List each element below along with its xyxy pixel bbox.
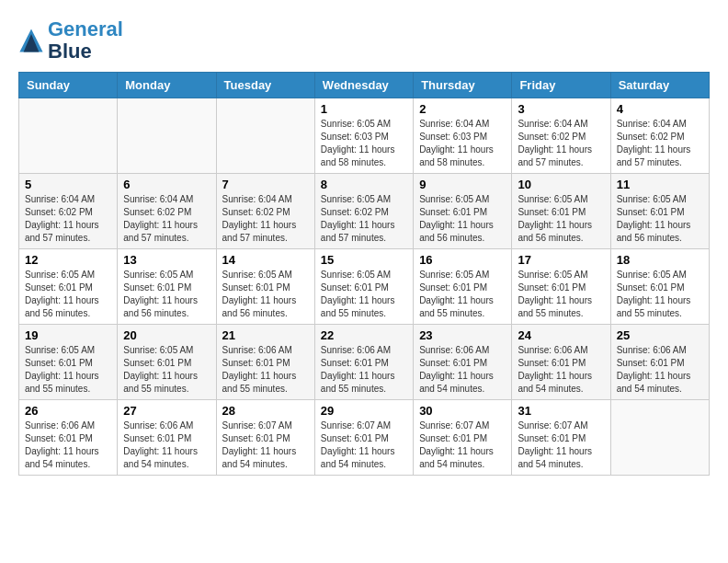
day-info: Sunrise: 6:06 AM Sunset: 6:01 PM Dayligh…: [222, 344, 309, 396]
day-number: 31: [518, 404, 604, 418]
day-info: Sunrise: 6:06 AM Sunset: 6:01 PM Dayligh…: [419, 344, 506, 396]
day-info: Sunrise: 6:05 AM Sunset: 6:01 PM Dayligh…: [518, 269, 604, 320]
page-header: General Blue: [18, 18, 710, 63]
day-info: Sunrise: 6:07 AM Sunset: 6:01 PM Dayligh…: [321, 419, 407, 471]
calendar-cell: 10Sunrise: 6:05 AM Sunset: 6:01 PM Dayli…: [512, 174, 610, 249]
weekday-header: Tuesday: [216, 73, 314, 98]
day-info: Sunrise: 6:06 AM Sunset: 6:01 PM Dayligh…: [123, 419, 210, 471]
weekday-header: Saturday: [610, 73, 709, 98]
day-info: Sunrise: 6:04 AM Sunset: 6:03 PM Dayligh…: [419, 118, 506, 169]
calendar-cell: 30Sunrise: 6:07 AM Sunset: 6:01 PM Dayli…: [414, 400, 512, 476]
calendar-cell: 28Sunrise: 6:07 AM Sunset: 6:01 PM Dayli…: [216, 400, 314, 476]
day-info: Sunrise: 6:05 AM Sunset: 6:01 PM Dayligh…: [419, 269, 506, 320]
day-info: Sunrise: 6:05 AM Sunset: 6:01 PM Dayligh…: [518, 193, 604, 245]
day-number: 19: [25, 328, 111, 342]
calendar-cell: 25Sunrise: 6:06 AM Sunset: 6:01 PM Dayli…: [610, 325, 709, 400]
day-number: 24: [518, 328, 604, 342]
calendar-cell: 5Sunrise: 6:04 AM Sunset: 6:02 PM Daylig…: [19, 174, 118, 249]
calendar-cell: 19Sunrise: 6:05 AM Sunset: 6:01 PM Dayli…: [19, 325, 118, 400]
logo-text: General Blue: [48, 18, 123, 63]
day-number: 22: [321, 328, 407, 342]
calendar-cell: [19, 98, 118, 174]
day-number: 21: [222, 328, 309, 342]
day-info: Sunrise: 6:04 AM Sunset: 6:02 PM Dayligh…: [617, 118, 703, 169]
day-number: 20: [123, 328, 210, 342]
day-info: Sunrise: 6:04 AM Sunset: 6:02 PM Dayligh…: [123, 193, 210, 245]
logo: General Blue: [18, 18, 123, 63]
calendar-cell: [216, 98, 314, 174]
day-number: 6: [123, 178, 210, 191]
logo-icon: [18, 28, 44, 53]
day-number: 26: [25, 404, 111, 418]
calendar-cell: 14Sunrise: 6:05 AM Sunset: 6:01 PM Dayli…: [216, 249, 314, 325]
day-number: 3: [518, 102, 604, 116]
day-number: 7: [222, 178, 309, 191]
weekday-header: Thursday: [414, 73, 512, 98]
day-info: Sunrise: 6:05 AM Sunset: 6:01 PM Dayligh…: [617, 269, 703, 320]
day-number: 23: [419, 328, 506, 342]
calendar-cell: 31Sunrise: 6:07 AM Sunset: 6:01 PM Dayli…: [512, 400, 610, 476]
calendar-cell: 24Sunrise: 6:06 AM Sunset: 6:01 PM Dayli…: [512, 325, 610, 400]
calendar-cell: 18Sunrise: 6:05 AM Sunset: 6:01 PM Dayli…: [610, 249, 709, 325]
day-info: Sunrise: 6:07 AM Sunset: 6:01 PM Dayligh…: [518, 419, 604, 471]
day-info: Sunrise: 6:05 AM Sunset: 6:01 PM Dayligh…: [222, 269, 309, 320]
day-number: 11: [617, 178, 703, 191]
day-info: Sunrise: 6:05 AM Sunset: 6:01 PM Dayligh…: [25, 269, 111, 320]
day-number: 18: [617, 253, 703, 267]
calendar-cell: 23Sunrise: 6:06 AM Sunset: 6:01 PM Dayli…: [414, 325, 512, 400]
day-info: Sunrise: 6:05 AM Sunset: 6:01 PM Dayligh…: [321, 269, 407, 320]
day-info: Sunrise: 6:05 AM Sunset: 6:03 PM Dayligh…: [321, 118, 407, 169]
calendar-cell: 15Sunrise: 6:05 AM Sunset: 6:01 PM Dayli…: [314, 249, 413, 325]
day-info: Sunrise: 6:05 AM Sunset: 6:01 PM Dayligh…: [123, 269, 210, 320]
day-info: Sunrise: 6:05 AM Sunset: 6:01 PM Dayligh…: [617, 193, 703, 245]
day-number: 9: [419, 178, 506, 191]
day-info: Sunrise: 6:07 AM Sunset: 6:01 PM Dayligh…: [419, 419, 506, 471]
day-number: 10: [518, 178, 604, 191]
day-number: 4: [617, 102, 703, 116]
day-info: Sunrise: 6:06 AM Sunset: 6:01 PM Dayligh…: [321, 344, 407, 396]
day-info: Sunrise: 6:05 AM Sunset: 6:01 PM Dayligh…: [123, 344, 210, 396]
day-info: Sunrise: 6:05 AM Sunset: 6:02 PM Dayligh…: [321, 193, 407, 245]
calendar-cell: 11Sunrise: 6:05 AM Sunset: 6:01 PM Dayli…: [610, 174, 709, 249]
weekday-header: Sunday: [19, 73, 118, 98]
day-number: 1: [321, 102, 407, 116]
day-number: 28: [222, 404, 309, 418]
calendar-table: SundayMondayTuesdayWednesdayThursdayFrid…: [18, 72, 710, 476]
day-info: Sunrise: 6:05 AM Sunset: 6:01 PM Dayligh…: [25, 344, 111, 396]
weekday-header: Monday: [118, 73, 216, 98]
day-number: 12: [25, 253, 111, 267]
day-number: 5: [25, 178, 111, 191]
calendar-cell: 20Sunrise: 6:05 AM Sunset: 6:01 PM Dayli…: [118, 325, 216, 400]
day-number: 27: [123, 404, 210, 418]
calendar-cell: [118, 98, 216, 174]
calendar-cell: 26Sunrise: 6:06 AM Sunset: 6:01 PM Dayli…: [19, 400, 118, 476]
day-number: 8: [321, 178, 407, 191]
weekday-header: Friday: [512, 73, 610, 98]
day-info: Sunrise: 6:04 AM Sunset: 6:02 PM Dayligh…: [518, 118, 604, 169]
calendar-cell: 2Sunrise: 6:04 AM Sunset: 6:03 PM Daylig…: [414, 98, 512, 174]
calendar-cell: 6Sunrise: 6:04 AM Sunset: 6:02 PM Daylig…: [118, 174, 216, 249]
day-info: Sunrise: 6:07 AM Sunset: 6:01 PM Dayligh…: [222, 419, 309, 471]
calendar-cell: 12Sunrise: 6:05 AM Sunset: 6:01 PM Dayli…: [19, 249, 118, 325]
day-number: 14: [222, 253, 309, 267]
calendar-cell: 16Sunrise: 6:05 AM Sunset: 6:01 PM Dayli…: [414, 249, 512, 325]
calendar-cell: 13Sunrise: 6:05 AM Sunset: 6:01 PM Dayli…: [118, 249, 216, 325]
day-number: 16: [419, 253, 506, 267]
calendar-cell: 1Sunrise: 6:05 AM Sunset: 6:03 PM Daylig…: [314, 98, 413, 174]
day-number: 30: [419, 404, 506, 418]
calendar-cell: 29Sunrise: 6:07 AM Sunset: 6:01 PM Dayli…: [314, 400, 413, 476]
calendar-cell: 27Sunrise: 6:06 AM Sunset: 6:01 PM Dayli…: [118, 400, 216, 476]
calendar-cell: 17Sunrise: 6:05 AM Sunset: 6:01 PM Dayli…: [512, 249, 610, 325]
day-number: 2: [419, 102, 506, 116]
day-info: Sunrise: 6:05 AM Sunset: 6:01 PM Dayligh…: [419, 193, 506, 245]
calendar-cell: 9Sunrise: 6:05 AM Sunset: 6:01 PM Daylig…: [414, 174, 512, 249]
calendar-cell: 3Sunrise: 6:04 AM Sunset: 6:02 PM Daylig…: [512, 98, 610, 174]
day-info: Sunrise: 6:06 AM Sunset: 6:01 PM Dayligh…: [25, 419, 111, 471]
calendar-cell: 21Sunrise: 6:06 AM Sunset: 6:01 PM Dayli…: [216, 325, 314, 400]
calendar-cell: 22Sunrise: 6:06 AM Sunset: 6:01 PM Dayli…: [314, 325, 413, 400]
day-info: Sunrise: 6:06 AM Sunset: 6:01 PM Dayligh…: [617, 344, 703, 396]
day-info: Sunrise: 6:04 AM Sunset: 6:02 PM Dayligh…: [222, 193, 309, 245]
day-number: 17: [518, 253, 604, 267]
day-info: Sunrise: 6:04 AM Sunset: 6:02 PM Dayligh…: [25, 193, 111, 245]
day-number: 25: [617, 328, 703, 342]
